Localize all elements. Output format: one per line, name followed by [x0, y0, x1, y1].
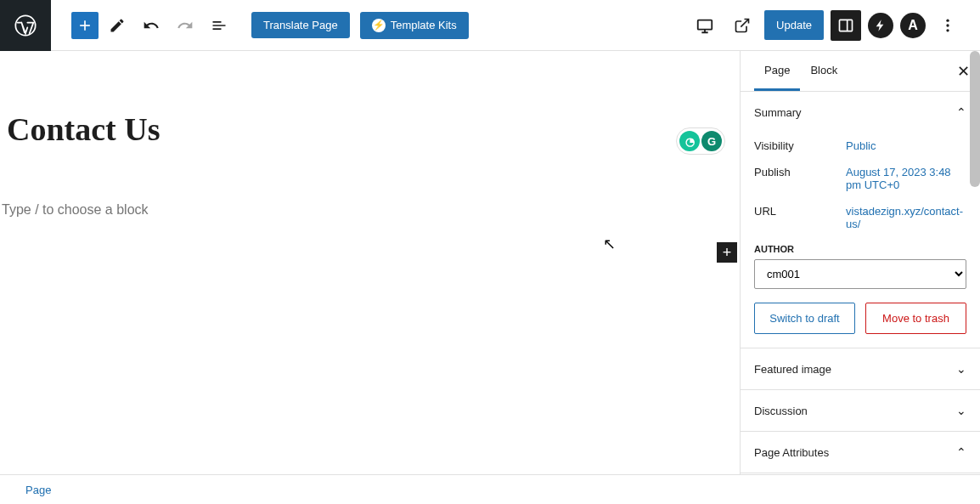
undo-icon[interactable]: [136, 10, 166, 41]
chevron-up-icon: ⌃: [956, 445, 966, 459]
editor-canvas: Contact Us Type / to choose a block: [0, 51, 740, 474]
svg-point-4: [946, 24, 949, 26]
bolt-icon: ⚡: [372, 19, 386, 32]
switch-draft-button[interactable]: Switch to draft: [754, 303, 855, 334]
svg-point-3: [946, 19, 949, 21]
svg-rect-2: [840, 20, 853, 31]
toolbar-left: Translate Page ⚡Template Kits: [51, 10, 469, 41]
page-title[interactable]: Contact Us: [0, 51, 740, 148]
wordpress-logo[interactable]: [0, 0, 51, 51]
url-label: URL: [754, 205, 846, 230]
discussion-label: Discussion: [754, 405, 808, 417]
tab-block[interactable]: Block: [800, 52, 848, 91]
translate-page-button[interactable]: Translate Page: [251, 12, 350, 38]
publish-row: Publish August 17, 2023 3:48 pm UTC+0: [754, 159, 966, 198]
desktop-preview-icon[interactable]: [690, 10, 720, 41]
update-button[interactable]: Update: [764, 10, 824, 40]
summary-title: Summary: [754, 106, 802, 119]
svg-point-5: [946, 29, 949, 31]
redo-icon[interactable]: [170, 10, 200, 41]
featured-image-panel: Featured image ⌄: [741, 348, 980, 390]
more-options-icon[interactable]: [932, 10, 963, 41]
sidebar-tabs: Page Block ✕: [741, 51, 980, 92]
discussion-panel: Discussion ⌄: [741, 390, 980, 432]
top-toolbar: Translate Page ⚡Template Kits Update A: [0, 0, 980, 51]
add-block-inline-button[interactable]: +: [717, 242, 737, 263]
page-attributes-panel: Page Attributes ⌃: [741, 432, 980, 473]
update-label: Update: [776, 19, 812, 31]
summary-panel: Summary ⌃ Visibility Public Publish Augu…: [741, 92, 980, 348]
url-row: URL vistadezign.xyz/contact-us/: [754, 198, 966, 237]
footer-breadcrumb: Page: [0, 474, 980, 504]
summary-body: Visibility Public Publish August 17, 202…: [741, 133, 980, 348]
template-kits-button[interactable]: ⚡Template Kits: [360, 12, 469, 39]
move-trash-button[interactable]: Move to trash: [865, 303, 966, 334]
featured-image-header[interactable]: Featured image ⌄: [741, 348, 980, 389]
svg-rect-1: [698, 20, 712, 29]
page-attributes-header[interactable]: Page Attributes ⌃: [741, 432, 980, 473]
block-placeholder[interactable]: Type / to choose a block: [0, 148, 740, 218]
close-sidebar-icon[interactable]: ✕: [957, 62, 970, 81]
translate-label: Translate Page: [263, 19, 338, 31]
url-value[interactable]: vistadezign.xyz/contact-us/: [846, 205, 966, 230]
grammarly-icon-1[interactable]: ◔: [679, 131, 700, 151]
page-attributes-label: Page Attributes: [754, 446, 829, 459]
publish-label: Publish: [754, 166, 846, 191]
add-block-button[interactable]: [71, 12, 99, 39]
chevron-down-icon: ⌄: [956, 362, 966, 376]
yoast-icon[interactable]: [868, 13, 893, 38]
outline-icon[interactable]: [204, 10, 234, 41]
action-buttons: Switch to draft Move to trash: [754, 303, 966, 334]
chevron-down-icon: ⌄: [956, 404, 966, 417]
settings-sidebar: Page Block ✕ Summary ⌃ Visibility Public…: [740, 51, 980, 474]
chevron-up-icon: ⌃: [956, 105, 966, 119]
edit-icon[interactable]: [102, 10, 132, 41]
external-link-icon[interactable]: [727, 10, 758, 41]
breadcrumb-page[interactable]: Page: [25, 484, 51, 496]
sidebar-toggle-icon[interactable]: [831, 10, 861, 41]
discussion-header[interactable]: Discussion ⌄: [741, 390, 980, 431]
tab-page[interactable]: Page: [754, 52, 800, 91]
grammarly-badges: ◔ G: [676, 127, 725, 155]
visibility-value[interactable]: Public: [846, 139, 966, 152]
author-select[interactable]: cm001: [754, 259, 966, 289]
publish-value[interactable]: August 17, 2023 3:48 pm UTC+0: [846, 166, 966, 191]
featured-image-label: Featured image: [754, 363, 831, 376]
template-kits-label: Template Kits: [391, 19, 457, 31]
toolbar-right: Update A: [690, 10, 980, 41]
astra-icon[interactable]: A: [900, 13, 926, 38]
scrollbar[interactable]: [970, 51, 980, 187]
summary-header[interactable]: Summary ⌃: [741, 92, 980, 133]
visibility-label: Visibility: [754, 139, 846, 152]
author-label: AUTHOR: [754, 244, 966, 254]
visibility-row: Visibility Public: [754, 133, 966, 159]
grammarly-icon-2[interactable]: G: [701, 131, 722, 151]
